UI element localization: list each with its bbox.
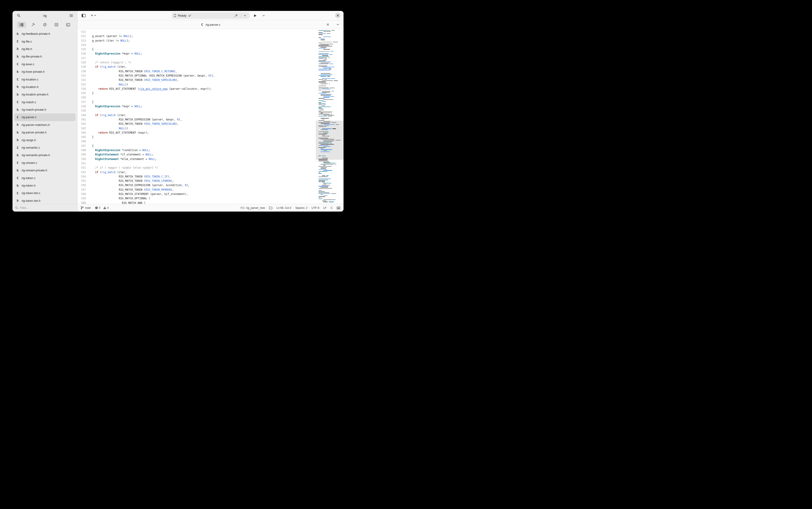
code-line[interactable]: RIG_MATCH_TOKEN (RIG_TOKEN_SEMICOLON), bbox=[92, 78, 316, 82]
document-list-dropdown[interactable] bbox=[336, 22, 340, 27]
code-line[interactable] bbox=[92, 30, 316, 34]
panel-tab-logs[interactable] bbox=[64, 22, 73, 28]
deploy-arrow-icon[interactable] bbox=[233, 12, 239, 19]
code-line[interactable]: /* return [<expr>] ; */ bbox=[92, 61, 316, 65]
branch-indicator[interactable]: main bbox=[81, 206, 91, 209]
close-icon bbox=[337, 14, 339, 16]
code-line[interactable]: { bbox=[92, 144, 316, 148]
panel-tab-project-tree[interactable] bbox=[17, 22, 26, 28]
code-line[interactable]: if (rig_match (iter, bbox=[92, 65, 316, 69]
keyboard-toggle[interactable] bbox=[337, 207, 340, 209]
code-line[interactable]: RIG_MATCH_TOKEN (RIG_TOKEN_SEMICOLON), bbox=[92, 122, 316, 126]
file-name: rig-location-private.h bbox=[22, 93, 48, 96]
error-count[interactable]: 0 bbox=[95, 206, 100, 209]
code-line[interactable]: RIG_MATCH_EXPRESSION (parser, &expr, 0), bbox=[92, 117, 316, 122]
file-item[interactable]: hrig-stream-private.h bbox=[14, 167, 75, 174]
file-name: rig-token.c bbox=[22, 176, 35, 180]
code-line[interactable]: RIG_MATCH_AND ( bbox=[92, 201, 316, 204]
code-line[interactable]: RIG_MATCH_EXPRESSION (parser, &condition… bbox=[92, 183, 316, 188]
file-item[interactable]: Crig-token-iter.c bbox=[14, 189, 75, 197]
toggle-sidebar-button[interactable] bbox=[80, 12, 87, 19]
code-line[interactable]: /* if ( <expr> ) <stmt> [else <stmt>] */ bbox=[92, 166, 316, 170]
search-button[interactable] bbox=[15, 12, 22, 19]
close-document-button[interactable] bbox=[325, 22, 330, 27]
run-button[interactable] bbox=[252, 12, 259, 19]
code-line[interactable]: g_assert (iter != NULL); bbox=[92, 39, 316, 43]
code-line[interactable]: if (rig_match (iter, bbox=[92, 113, 316, 117]
code-line[interactable]: return RIG_AST_STATEMENT (expr); bbox=[92, 131, 316, 135]
file-item[interactable]: hrig-token-iter.h bbox=[14, 197, 75, 204]
file-item[interactable]: hrig-file-private.h bbox=[14, 53, 75, 60]
encoding-setting[interactable]: UTF-8 bbox=[312, 206, 319, 209]
file-item[interactable]: Crig-token.c bbox=[14, 174, 75, 181]
code-line[interactable]: RIG_MATCH_STATEMENT (parser, &if_stateme… bbox=[92, 192, 316, 196]
code-line[interactable]: RIG_MATCH_OPTIONAL ( bbox=[92, 196, 316, 201]
indentation-setting[interactable]: Spaces: 2 bbox=[295, 206, 307, 209]
code-editor[interactable]: 5215225235245255265275285295305315325335… bbox=[77, 29, 344, 204]
code-line[interactable]: RIG_MATCH_TOKEN (RIG_TOKEN_LPAREN), bbox=[92, 179, 316, 183]
file-item[interactable]: hrig-match-private.h bbox=[14, 106, 75, 113]
omnibar-dropdown-button[interactable] bbox=[242, 12, 247, 19]
code-view[interactable]: g_assert (parser != NULL);g_assert (iter… bbox=[89, 29, 316, 204]
current-symbol[interactable]: ƒ{} rig_parser_new bbox=[240, 206, 265, 209]
panel-tab-disabled[interactable] bbox=[40, 22, 49, 28]
code-line[interactable]: { bbox=[92, 47, 316, 52]
file-item[interactable]: Crig-match.c bbox=[14, 98, 75, 106]
build-status-omnibar[interactable]: Ready bbox=[172, 12, 249, 19]
code-line[interactable]: RigAstExpression *expr = NULL; bbox=[92, 52, 316, 56]
code-line[interactable]: RIG_MATCH_OPTIONAL (RIG_MATCH_EXPRESSION… bbox=[92, 74, 316, 78]
file-item[interactable]: hrig-parser-private.h bbox=[14, 129, 75, 136]
code-line[interactable]: if (rig_match (iter, bbox=[92, 170, 316, 174]
code-line[interactable]: } bbox=[92, 91, 316, 96]
document-tab-title[interactable]: rig-parser.c bbox=[206, 23, 220, 26]
code-line[interactable]: RigAstExpression *condition = NULL; bbox=[92, 148, 316, 152]
code-line[interactable]: RigAstStatement *if_statement = NULL; bbox=[92, 152, 316, 157]
file-item[interactable]: Crig-semantic.c bbox=[14, 144, 75, 151]
code-line[interactable] bbox=[92, 56, 316, 61]
code-line[interactable]: RigAstStatement *else_statement = NULL; bbox=[92, 157, 316, 161]
language-setting[interactable]: C bbox=[330, 206, 332, 209]
code-line[interactable] bbox=[92, 161, 316, 166]
file-item[interactable]: hrig-location-private.h bbox=[14, 91, 75, 98]
code-line[interactable]: return RIG_AST_STATEMENT (rig_ast_return… bbox=[92, 87, 316, 91]
code-line[interactable] bbox=[92, 109, 316, 113]
project-folder-button[interactable] bbox=[269, 206, 273, 209]
warning-count[interactable]: 0 bbox=[103, 206, 109, 209]
window-close-button[interactable] bbox=[335, 12, 341, 19]
code-line[interactable]: RIG_MATCH_TOKEN (RIG_TOKEN_RPAREN), bbox=[92, 188, 316, 192]
code-line[interactable]: RIG_MATCH_TOKEN (RIG_TOKEN_C_IF), bbox=[92, 174, 316, 179]
code-line[interactable]: } bbox=[92, 135, 316, 139]
file-item[interactable]: Crig-stream.c bbox=[14, 159, 75, 167]
file-item[interactable]: hrig-parser-matchers.h bbox=[14, 121, 75, 129]
file-item[interactable]: Crig-lexer.c bbox=[14, 61, 75, 68]
line-ending-setting[interactable]: LF bbox=[323, 206, 326, 209]
code-line[interactable]: RIG_MATCH_TOKEN (RIG_TOKEN_C_RETURN), bbox=[92, 69, 316, 74]
code-line[interactable] bbox=[92, 43, 316, 47]
file-item[interactable]: Crig-location.c bbox=[14, 75, 75, 83]
line-number: 542 bbox=[77, 122, 86, 126]
minimap[interactable] bbox=[316, 29, 344, 204]
code-line[interactable]: RigAstExpression *expr = NULL; bbox=[92, 104, 316, 109]
code-line[interactable]: NULL)) bbox=[92, 126, 316, 131]
file-item[interactable]: hrig-location.h bbox=[14, 83, 75, 91]
code-line[interactable] bbox=[92, 96, 316, 100]
file-item[interactable]: hrig-token.h bbox=[14, 182, 75, 189]
file-item[interactable]: hrig-range.h bbox=[14, 136, 75, 144]
code-line[interactable]: { bbox=[92, 100, 316, 104]
run-options-dropdown[interactable] bbox=[261, 12, 266, 19]
filter-input[interactable] bbox=[20, 206, 70, 209]
new-page-button[interactable]: + bbox=[89, 12, 98, 19]
code-line[interactable] bbox=[92, 139, 316, 144]
code-line[interactable]: g_assert (parser != NULL); bbox=[92, 34, 316, 38]
menu-button[interactable] bbox=[68, 12, 74, 19]
panel-tab-tests[interactable] bbox=[52, 22, 61, 28]
file-item[interactable]: Crig-file.c bbox=[14, 37, 75, 45]
file-item[interactable]: Crig-parser.c bbox=[14, 113, 75, 121]
panel-tab-build[interactable] bbox=[29, 22, 38, 28]
file-item[interactable]: hrig-semantic-private.h bbox=[14, 151, 75, 159]
file-item[interactable]: hrig-lexer-private.h bbox=[14, 68, 75, 75]
cursor-position[interactable]: Ln 68, Col 3 bbox=[277, 206, 291, 209]
file-item[interactable]: hrig-file.h bbox=[14, 45, 75, 53]
code-line[interactable]: NULL)) bbox=[92, 82, 316, 87]
file-item[interactable]: hrig-feedback-private.h bbox=[14, 30, 75, 37]
